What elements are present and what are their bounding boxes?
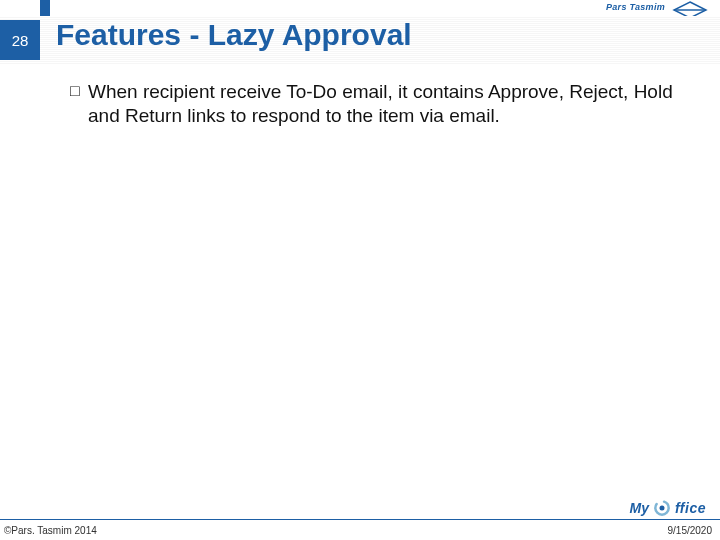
- footer-date: 9/15/2020: [668, 525, 713, 536]
- bullet-text: When recipient receive To-Do email, it c…: [88, 80, 680, 128]
- slide-body: □ When recipient receive To-Do email, it…: [70, 80, 680, 128]
- brand-text: Pars Tasmim: [606, 2, 665, 12]
- slide-title: Features - Lazy Approval: [56, 18, 700, 52]
- header-accent: [40, 0, 50, 16]
- bullet-marker-icon: □: [70, 80, 88, 128]
- page-number-badge: 28: [0, 20, 40, 60]
- page-number: 28: [12, 32, 29, 49]
- footer-logo-left: My: [630, 500, 649, 516]
- spinner-icon: [652, 498, 672, 518]
- slide: Pars Tasmim 28 Features - Lazy Approval …: [0, 0, 720, 540]
- footer-logo-right: ffice: [675, 500, 706, 516]
- bullet-item: □ When recipient receive To-Do email, it…: [70, 80, 680, 128]
- svg-point-3: [659, 506, 664, 511]
- footer-divider: [0, 519, 720, 520]
- footer-copyright: ©Pars. Tasmim 2014: [4, 525, 97, 536]
- footer-logo: My ffice: [630, 498, 707, 518]
